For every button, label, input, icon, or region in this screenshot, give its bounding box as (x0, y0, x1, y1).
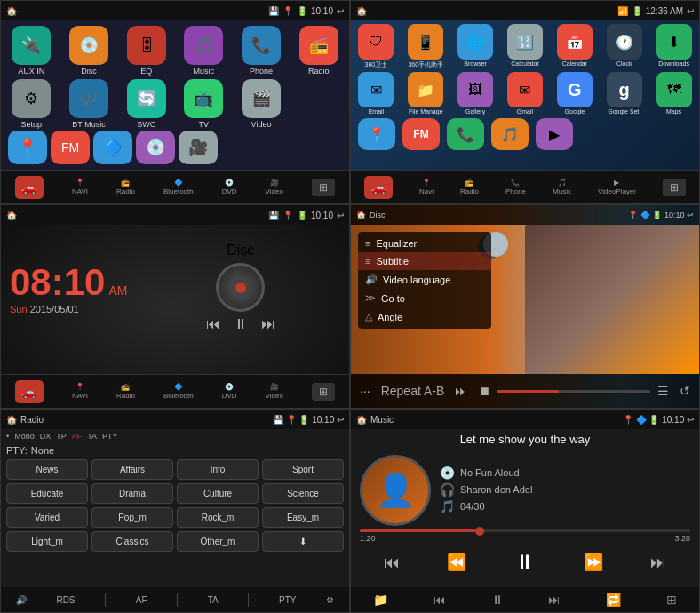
menu-videolang[interactable]: 🔊 Video language (358, 270, 491, 289)
back-p4[interactable]: ↩ (687, 211, 694, 219)
app-gallery[interactable]: 🖼Gallery (452, 72, 499, 115)
genre-info[interactable]: Info (177, 459, 259, 480)
app-aux[interactable]: 🔌 AUX IN (4, 26, 59, 76)
forward-button[interactable]: ⏩ (584, 553, 603, 572)
next-track-button[interactable]: ⏭ (650, 553, 666, 572)
genre-easym[interactable]: Easy_m (262, 507, 344, 528)
genre-more[interactable]: ⬇ (262, 531, 344, 552)
menu-mb-icon[interactable]: ⊞ (666, 593, 677, 607)
app-360helper[interactable]: 📱360手机助手 (402, 24, 449, 69)
nav-bt-p3[interactable]: 🔷Bluetooth (163, 383, 194, 400)
app-gmail[interactable]: ✉Gmail (502, 72, 549, 115)
app-btmusic[interactable]: 🎶 BT Music (62, 79, 116, 129)
genre-popm[interactable]: Pop_m (91, 507, 173, 528)
grid-toggle-p3[interactable]: ⊞ (312, 383, 335, 401)
app-360[interactable]: 🛡360卫士 (353, 24, 400, 69)
app-calendar[interactable]: 📅Calendar (551, 24, 598, 69)
genre-otherm[interactable]: Other_m (177, 531, 259, 552)
app-filemanager[interactable]: 📁File Manage (402, 72, 449, 115)
nav-dvd-p1[interactable]: 💿DVD (222, 179, 237, 195)
app-music[interactable]: 🎵 Music (177, 26, 231, 76)
q-video-p2[interactable]: ▶ (536, 118, 573, 150)
dvd-skip-icon[interactable]: ⏭ (451, 384, 471, 398)
dvd-more-icon[interactable]: ··· (356, 384, 374, 398)
dvd-list-icon[interactable]: ☰ (654, 384, 672, 398)
menu-equalizer[interactable]: ≡ Equalizer (358, 235, 491, 252)
app-swc[interactable]: 🔄 SWC (119, 79, 173, 129)
nav-video-p1[interactable]: 🎥Video (266, 179, 283, 195)
back-icon-p2[interactable]: ↩ (687, 6, 694, 16)
pause-mb-icon[interactable]: ⏸ (491, 593, 504, 607)
nav-video-p2[interactable]: ▶VideoPlayer (598, 179, 636, 195)
settings-icon[interactable]: ⚙ (326, 595, 334, 605)
app-google[interactable]: GGoogle (551, 72, 598, 115)
app-eq[interactable]: 🎛 EQ (119, 26, 173, 76)
nav-navi-p3[interactable]: 📍NAVI (72, 383, 88, 400)
menu-subtitle[interactable]: ≡ Subtitle (358, 252, 491, 270)
app-clock[interactable]: 🕐Clock (601, 24, 648, 69)
app-setup[interactable]: ⚙ Setup (4, 79, 59, 129)
home-car-button-p3[interactable]: 🚗 (15, 380, 44, 403)
genre-sport[interactable]: Sport (262, 459, 344, 480)
app-email[interactable]: ✉Email (353, 72, 400, 115)
back-icon-p1[interactable]: ↩ (337, 6, 344, 16)
app-tv[interactable]: 📺 TV (177, 79, 231, 129)
dvd-stop-icon[interactable]: ⏹ (474, 384, 494, 398)
quick-bt[interactable]: 🔷 (93, 131, 132, 164)
rds-label[interactable]: RDS (56, 595, 75, 605)
nav-video-p3[interactable]: 🎥Video (266, 383, 283, 400)
repeat-mb-icon[interactable]: 🔁 (606, 593, 621, 607)
prev-button-p3[interactable]: ⏮ (206, 316, 220, 332)
genre-culture[interactable]: Culture (177, 483, 259, 504)
app-phone[interactable]: 📞 Phone (235, 26, 289, 76)
nav-bt-p1[interactable]: 🔷Bluetooth (163, 179, 194, 195)
folder-icon[interactable]: 📁 (373, 593, 388, 607)
prev-mb-icon[interactable]: ⏮ (434, 593, 446, 607)
q-phone-p2[interactable]: 📞 (447, 118, 484, 150)
dvd-repeat-icon[interactable]: ↺ (676, 384, 694, 398)
nav-music-p2[interactable]: 🎵Music (553, 179, 571, 195)
grid-toggle-p2[interactable]: ⊞ (663, 179, 686, 196)
genre-rockm[interactable]: Rock_m (177, 507, 259, 528)
af-label[interactable]: AF (136, 595, 147, 605)
genre-news[interactable]: News (6, 459, 88, 480)
repeat-ab-label[interactable]: Repeat A-B (378, 384, 449, 398)
q-music-p2[interactable]: 🎵 (491, 118, 529, 150)
genre-affairs[interactable]: Affairs (91, 459, 173, 480)
genre-drama[interactable]: Drama (91, 483, 173, 504)
genre-classics[interactable]: Classics (91, 531, 173, 552)
pty-bottom-label[interactable]: PTY (279, 595, 296, 605)
ta-label[interactable]: TA (208, 595, 219, 605)
home-car-button-p1[interactable]: 🚗 (15, 176, 44, 199)
prev-track-button[interactable]: ⏮ (384, 553, 400, 572)
menu-goto[interactable]: ≫ Go to (358, 289, 491, 307)
quick-navi[interactable]: 📍 (8, 131, 47, 164)
nav-navi-p1[interactable]: 📍NAVI (72, 179, 88, 195)
q-fm-p2[interactable]: FM (402, 118, 440, 150)
genre-lightm[interactable]: Light_m (6, 531, 88, 552)
nav-radio-p1[interactable]: 📻Radio (116, 179, 135, 195)
genre-science[interactable]: Science (262, 483, 344, 504)
nav-radio-p2[interactable]: 📻Radio (460, 179, 479, 195)
menu-angle[interactable]: △ Angle (358, 307, 491, 326)
app-maps[interactable]: 🗺Maps (650, 72, 697, 115)
app-video[interactable]: 🎬 Video (235, 79, 289, 129)
app-browser[interactable]: 🌐Browser (452, 24, 499, 69)
genre-varied[interactable]: Varied (6, 507, 88, 528)
nav-dvd-p3[interactable]: 💿DVD (222, 383, 237, 400)
app-disc[interactable]: 💿 Disc (62, 26, 116, 76)
back-icon-p5[interactable]: ↩ (337, 415, 344, 425)
progress-track[interactable] (360, 529, 690, 532)
home-car-button-p2[interactable]: 🚗 (364, 176, 393, 199)
nav-navi-p2[interactable]: 📍Navi (419, 179, 434, 195)
quick-dvd[interactable]: 💿 (136, 131, 175, 164)
app-googlesettings[interactable]: gGoogle Set. (601, 72, 648, 115)
quick-fm[interactable]: FM (51, 131, 90, 164)
play-pause-button[interactable]: ⏸ (514, 550, 536, 575)
rewind-button[interactable]: ⏪ (447, 553, 466, 572)
genre-educate[interactable]: Educate (6, 483, 88, 504)
next-mb-icon[interactable]: ⏭ (548, 593, 561, 607)
back-icon-p3[interactable]: ↩ (337, 211, 344, 220)
nav-phone-p2[interactable]: 📞Phone (505, 179, 526, 195)
back-icon-p6[interactable]: ↩ (687, 415, 694, 425)
